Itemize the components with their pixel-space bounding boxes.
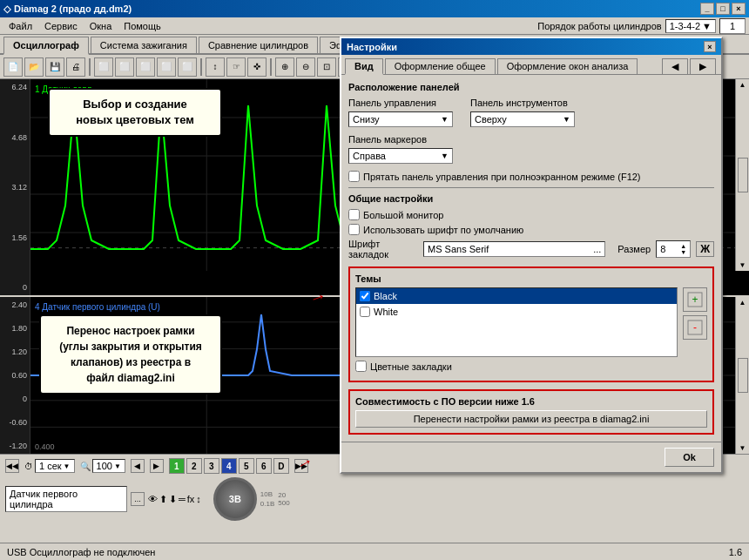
menu-help[interactable]: Помощь <box>118 19 166 33</box>
theme-white[interactable]: White <box>356 304 677 320</box>
dial-control[interactable]: 3B <box>213 477 257 521</box>
channel-3-btn[interactable]: 3 <box>204 458 219 474</box>
markers-chevron: ▼ <box>441 152 449 160</box>
font-select[interactable]: MS Sans Serif ... <box>423 241 605 257</box>
zoom2-icon[interactable]: ⊖ <box>296 57 315 77</box>
status-text: USB Осциллограф не подключен <box>7 547 155 557</box>
font-ellipsis-btn[interactable]: ... <box>593 244 601 254</box>
cursor1-icon[interactable]: ↕ <box>206 57 225 77</box>
markers-panel-label: Панель маркеров <box>348 134 714 145</box>
big-monitor-label: Большой монитор <box>363 210 443 220</box>
dialog-tab-general[interactable]: Оформление общее <box>385 58 496 74</box>
font-label: Шрифт закладок <box>348 239 418 260</box>
colored-bookmarks-checkbox[interactable] <box>355 361 367 372</box>
time-icon: ⏱ <box>24 462 33 471</box>
svg-text:-: - <box>693 321 697 334</box>
open-icon[interactable]: 📂 <box>24 57 44 77</box>
panel-layout-title: Расположение панелей <box>348 82 714 92</box>
new-icon[interactable]: 📄 <box>3 57 23 77</box>
big-monitor-checkbox[interactable] <box>348 209 360 220</box>
close-button[interactable]: × <box>732 3 746 15</box>
control-panel-item: Панель управления Снизу ▼ <box>348 98 453 127</box>
title-bar: ◇ Diamag 2 (прадо дд.dm2) _ □ × <box>0 0 749 17</box>
scrollbar-right-top[interactable]: ▲ ▼ <box>735 79 749 271</box>
dialog-tab-prev[interactable]: ◀ <box>662 58 688 74</box>
tools-panel-select[interactable]: Сверху ▼ <box>470 111 575 127</box>
channel-6-btn[interactable]: 6 <box>256 458 272 474</box>
dialog-footer: Ok <box>341 442 721 472</box>
dialog-tabs: Вид Оформление общее Оформление окон ана… <box>341 55 721 75</box>
size-up-icon[interactable]: ▲ <box>680 243 686 249</box>
themes-buttons: + - <box>683 287 707 357</box>
tool2-icon[interactable]: ⬜ <box>115 57 134 77</box>
dialog-tab-analysis[interactable]: Оформление окон анализа <box>497 58 638 74</box>
control-panel-select[interactable]: Снизу ▼ <box>348 111 453 127</box>
y-label-top: 6.24 <box>0 83 27 91</box>
channel-4-btn[interactable]: 4 <box>221 458 237 474</box>
dialog-tab-view[interactable]: Вид <box>345 58 383 75</box>
dialog-content: Расположение панелей Панель управления С… <box>341 75 721 442</box>
markers-panel-select[interactable]: Справа ▼ <box>348 148 453 164</box>
save-icon[interactable]: 💾 <box>45 57 64 77</box>
compatibility-section: Совместимость с ПО версии ниже 1.6 Перен… <box>348 389 714 435</box>
tab-cylinder-compare[interactable]: Сравнение цилиндров <box>199 37 318 53</box>
tool3-icon[interactable]: ⬜ <box>136 57 155 77</box>
default-font-row: Использовать шрифт по умолчанию <box>348 224 714 235</box>
bold-button[interactable]: Ж <box>696 241 714 257</box>
theme-white-checkbox[interactable] <box>360 307 370 317</box>
zoom1-icon[interactable]: ⊕ <box>275 57 294 77</box>
print-icon[interactable]: 🖨 <box>66 57 85 77</box>
theme-remove-button[interactable]: - <box>683 315 707 340</box>
sensor-nav-btn[interactable]: ... <box>131 492 145 506</box>
dialog-tab-next[interactable]: ▶ <box>690 58 716 74</box>
y2-label-2: 1.80 <box>0 324 27 333</box>
tab-oscilloscope[interactable]: Осциллограф <box>3 37 89 55</box>
y2-label-6: -0.60 <box>0 418 27 427</box>
theme-black-checkbox[interactable] <box>360 291 370 301</box>
sensor-label-field[interactable]: Датчик первого цилиндра <box>5 486 127 512</box>
tool5-icon[interactable]: ⬜ <box>178 57 197 77</box>
cylinder-order-select[interactable]: 1-3-4-2 ▼ <box>665 19 716 33</box>
tools-panel-label: Панель инструментов <box>470 98 575 108</box>
themes-title: Темы <box>355 273 707 284</box>
nav-right-btn[interactable]: ▶ <box>150 459 164 473</box>
size-down-icon[interactable]: ▼ <box>680 249 686 255</box>
y-label-3: 3.12 <box>0 183 27 192</box>
zoom3-icon[interactable]: ⊡ <box>317 57 336 77</box>
menu-file[interactable]: Файл <box>3 19 37 33</box>
nav-left-btn[interactable]: ◀ <box>131 459 145 473</box>
separator1 <box>89 58 91 76</box>
hide-control-checkbox[interactable] <box>348 171 360 182</box>
size-input[interactable]: 8 ▲ ▼ <box>656 240 691 258</box>
cursor3-icon[interactable]: ✜ <box>247 57 267 77</box>
scale-labels: 10B 0.1B <box>260 490 274 508</box>
channel-2-btn[interactable]: 2 <box>186 458 202 474</box>
compat-button[interactable]: Перенести настройки рамки из реестра в d… <box>355 410 707 428</box>
play-back-btn[interactable]: ◀◀ <box>5 459 19 473</box>
themes-list[interactable]: Black White <box>355 287 678 357</box>
default-font-checkbox[interactable] <box>348 224 360 235</box>
dialog-title-bar: Настройки × <box>341 38 721 55</box>
tool1-icon[interactable]: ⬜ <box>94 57 113 77</box>
menu-windows[interactable]: Окна <box>84 19 118 33</box>
time-select[interactable]: 1 сек ▼ <box>35 459 75 473</box>
svg-text:+: + <box>692 293 698 306</box>
tab-ignition[interactable]: Система зажигания <box>91 37 197 53</box>
cursor2-icon[interactable]: ☞ <box>226 57 246 77</box>
y2-label-7: -1.20 <box>0 442 27 450</box>
ok-button[interactable]: Ok <box>665 448 714 467</box>
maximize-button[interactable]: □ <box>716 3 730 15</box>
tool4-icon[interactable]: ⬜ <box>157 57 176 77</box>
scrollbar-right-bottom[interactable]: ▲ ▼ <box>735 297 749 454</box>
hide-control-label: Прятать панель управления при полноэкран… <box>363 172 641 182</box>
minimize-button[interactable]: _ <box>700 3 714 15</box>
menu-service[interactable]: Сервис <box>39 19 83 33</box>
zoom-select[interactable]: 100 ▼ <box>92 459 125 473</box>
cylinder-spinner[interactable]: 1 <box>719 18 746 34</box>
theme-add-button[interactable]: + <box>683 287 707 312</box>
channel-1-btn[interactable]: 1 <box>169 458 185 474</box>
theme-black[interactable]: Black <box>356 288 677 304</box>
dialog-close-button[interactable]: × <box>704 41 716 52</box>
channel-d-btn[interactable]: D <box>273 458 289 474</box>
channel-5-btn[interactable]: 5 <box>239 458 254 474</box>
